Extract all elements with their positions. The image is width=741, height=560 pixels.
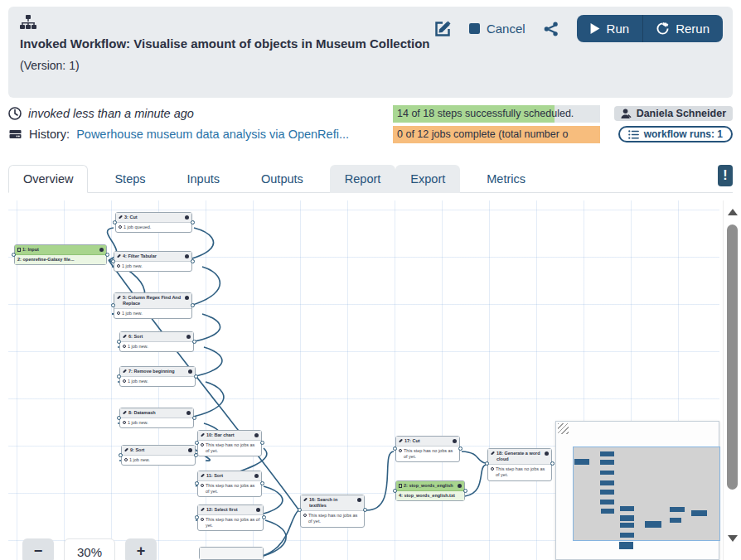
tab-overview[interactable]: Overview: [8, 165, 88, 193]
wrench-icon: [124, 448, 128, 452]
jobs-progress-badge: 0 of 12 jobs complete (total number o: [393, 126, 600, 143]
minimap-node: [620, 506, 634, 511]
node-title: 2: stop_words_english: [404, 483, 456, 489]
wrench-icon: [123, 335, 127, 339]
minimap-node: [600, 500, 614, 504]
node-body: 1 job new.: [120, 342, 193, 351]
right-port[interactable]: [363, 508, 367, 512]
minimap-node: [620, 523, 634, 528]
wrench-icon: [491, 451, 495, 456]
node-title: 16: Search in textfiles: [309, 497, 356, 509]
right-port[interactable]: [550, 461, 555, 466]
steps-progress-badge: 14 of 18 steps successfully scheduled.: [393, 105, 600, 123]
tab-inputs[interactable]: Inputs: [172, 165, 235, 193]
workflow-node[interactable]: 2: stop_words_english4: stop_words_engli…: [395, 480, 465, 501]
run-label: Run: [607, 22, 630, 36]
node-status-icon: [186, 335, 191, 339]
scroll-down-arrow[interactable]: [728, 535, 738, 542]
zoom-in-button[interactable]: +: [125, 538, 157, 560]
node-title: 7: Remove beginning: [128, 369, 186, 374]
scrollbar-thumb[interactable]: [727, 224, 738, 490]
left-port[interactable]: [485, 461, 489, 466]
history-label: History:: [29, 128, 70, 141]
graph-minimap[interactable]: [555, 421, 719, 560]
invocation-alert-icon[interactable]: !: [718, 165, 733, 186]
workflow-node[interactable]: 7: Remove beginning1 job new.: [119, 366, 196, 387]
workflow-node[interactable]: 5: Column Regex Find And Replace1 job ne…: [114, 292, 192, 319]
minimap-node: [645, 521, 661, 528]
tab-export[interactable]: Export: [395, 165, 460, 193]
minimap-resize-handle[interactable]: [558, 423, 569, 434]
run-button-group: Run Rerun: [577, 15, 723, 42]
workflow-node[interactable]: 16: Search in textfilesThis step has no …: [300, 495, 365, 528]
workflow-node[interactable]: 10: Bar chartThis step has no jobs as of…: [197, 430, 262, 456]
job-state-icon: [119, 225, 122, 229]
history-link[interactable]: Powerhouse museum data analysis via Open…: [76, 128, 349, 141]
zoom-out-button[interactable]: −: [22, 538, 54, 560]
wrench-icon: [201, 433, 205, 437]
job-state-icon: [201, 518, 204, 521]
tab-steps[interactable]: Steps: [99, 165, 160, 193]
workflow-node[interactable]: 17: CutThis step has no jobs as of yet.: [395, 436, 460, 462]
job-state-icon: [201, 484, 204, 487]
job-state-icon: [201, 443, 204, 447]
left-port[interactable]: [298, 508, 302, 512]
tab-outputs[interactable]: Outputs: [246, 165, 318, 193]
workflow-header: Invoked Workflow: Visualise amount of ob…: [8, 7, 733, 98]
minimap-node: [600, 490, 614, 495]
workflow-runs-label: workflow runs: 1: [644, 128, 723, 140]
job-state-icon: [123, 421, 126, 424]
cancel-button[interactable]: Cancel: [469, 22, 525, 36]
workflow-node[interactable]: 6: Sort1 job new.: [119, 331, 194, 352]
workflow-node[interactable]: 4: Filter Tabular1 job new.: [114, 251, 192, 272]
workflow-runs-button[interactable]: workflow runs: 1: [618, 126, 733, 142]
node-status-icon: [185, 215, 189, 220]
workflow-node[interactable]: 8: Datamash1 job new.: [119, 408, 194, 428]
stop-square-icon: [469, 23, 480, 34]
node-job-text: This step has no jobs as of yet.: [206, 483, 259, 495]
tab-metrics[interactable]: Metrics: [472, 165, 540, 193]
wrench-icon: [399, 439, 403, 443]
job-state-icon: [124, 458, 128, 461]
invocation-tabs: Overview Steps Inputs Outputs Report Exp…: [8, 162, 733, 193]
wrench-icon: [201, 474, 205, 478]
workflow-node[interactable]: 3: Cut1 job queued.: [115, 212, 192, 233]
minimap-node: [600, 460, 614, 465]
workflow-node[interactable]: 1: Input2: openrefine-Galaxy file...: [14, 244, 107, 265]
rerun-button[interactable]: Rerun: [642, 15, 723, 42]
workflow-node[interactable]: [199, 547, 264, 560]
steps-progress-text: 14 of 18 steps successfully scheduled.: [397, 108, 574, 119]
node-title: 18: Generate a word cloud: [496, 451, 543, 462]
workflow-node[interactable]: 12: Select firstThis step has no jobs as…: [197, 504, 264, 531]
vertical-scrollbar[interactable]: [723, 200, 741, 560]
share-icon: [544, 22, 559, 36]
node-status-icon: [188, 369, 192, 374]
scroll-up-arrow[interactable]: [728, 209, 738, 215]
invoked-time-text: invoked less than a minute ago: [28, 107, 194, 120]
node-body: 1 job new.: [114, 262, 191, 271]
tab-report[interactable]: Report: [330, 165, 396, 193]
node-title: 5: Column Regex Find And Replace: [123, 295, 183, 307]
node-job-text: This step has no jobs as of yet.: [496, 466, 549, 478]
minimap-node: [691, 510, 707, 516]
workflow-node[interactable]: 18: Generate a word cloudThis step has n…: [487, 448, 552, 481]
minimap-node: [601, 509, 614, 514]
node-title: 1: Input: [22, 247, 98, 253]
minimap-node: [670, 507, 685, 512]
node-body: This step has no jobs as of yet.: [488, 465, 551, 480]
edit-workflow-button[interactable]: [434, 21, 451, 37]
node-title: 17: Cut: [404, 438, 451, 444]
wrench-icon: [117, 296, 121, 300]
job-state-icon: [399, 449, 402, 452]
workflow-node[interactable]: 9: Sort1 job new.: [121, 445, 196, 466]
node-status-icon: [545, 451, 549, 456]
wrench-icon: [201, 508, 205, 512]
workflow-node[interactable]: 11: SortThis step has no jobs as of yet.: [197, 471, 262, 497]
share-button[interactable]: [544, 22, 559, 36]
node-status-icon: [357, 498, 361, 502]
node-body: This step has no jobs as of yet.: [198, 481, 261, 496]
minimap-node: [620, 533, 634, 538]
owner-badge: Daniela Schneider: [614, 106, 733, 121]
wrench-icon: [117, 254, 121, 258]
run-button[interactable]: Run: [577, 15, 643, 42]
